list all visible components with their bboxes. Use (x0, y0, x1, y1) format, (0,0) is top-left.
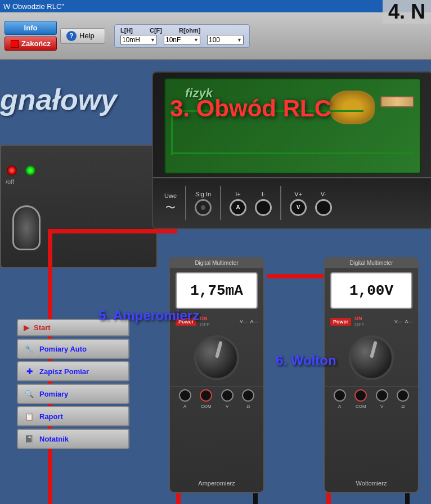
off-label: /off (6, 178, 14, 185)
ammeter-hole-ohm (242, 389, 254, 402)
ammeter-port-A: A (179, 389, 191, 409)
rlc-device: fizyk 3. Obwód RLC Uwe 〜 Sig In (152, 71, 431, 229)
i-minus-connector: I- (255, 191, 272, 216)
help-icon: ? (66, 31, 77, 41)
toolbar: Info Zakończ ? Help L[H] C[F] R[ohm] 10m… (0, 12, 431, 60)
ammeter-off-label: OFF (200, 322, 210, 327)
left-btn-group: Info Zakończ (5, 21, 57, 51)
signal-generator: /off (0, 145, 158, 268)
ammeter-port-COM: COM (200, 389, 212, 409)
ammeter-display: 1,75mA (176, 272, 258, 309)
C-value: 10nF (165, 36, 181, 44)
ammeter-on-label: ON (200, 316, 210, 321)
L-label: L[H] (120, 27, 143, 34)
v-minus-connector: V- (315, 191, 332, 216)
ammeter-port-ohm: Ω (242, 389, 254, 409)
i-plus-connector: I+ A (230, 191, 246, 216)
R-value: 100 (209, 36, 220, 44)
raport-button[interactable]: 📋 Raport (17, 406, 129, 426)
R-arrow-icon: ▼ (237, 37, 242, 43)
rlc-board: fizyk (164, 78, 421, 174)
v-minus-icon2: V— (394, 319, 402, 324)
red-square-icon (11, 40, 19, 48)
voltmeter-off-label: OFF (354, 322, 365, 327)
notebook-icon: 📓 (24, 433, 35, 444)
divider-2 (220, 186, 221, 220)
L-value: 10mH (122, 36, 140, 44)
v-minus-icon: V— (240, 319, 247, 324)
pomiary-button[interactable]: 🔍 Pomiary (17, 384, 129, 404)
param-header-row: L[H] C[F] R[ohm] (120, 27, 244, 34)
C-select[interactable]: 10nF ▼ (164, 35, 200, 45)
pomiary-auto-label: Pomiary Auto (39, 345, 87, 353)
i-plus-label: I+ (235, 191, 240, 197)
led-green (25, 165, 35, 176)
zapisz-pomiar-button[interactable]: ✚ Zapisz Pomiar (17, 361, 129, 381)
ammeter-hole-A (179, 389, 191, 402)
divider-3 (280, 186, 281, 220)
voltmeter-port-ohm: Ω (397, 389, 409, 409)
voltmeter-display: 1,00V (330, 272, 412, 309)
notatnik-button[interactable]: 📓 Notatnik (17, 429, 129, 449)
voltmeter-on-label: ON (354, 316, 365, 321)
info-button[interactable]: Info (5, 21, 57, 35)
R-label: R[ohm] (179, 27, 201, 34)
L-arrow-icon: ▼ (150, 37, 155, 43)
ammeter-annotation: 5. Amperomierz (98, 308, 199, 323)
voltmeter-hole-A (334, 389, 346, 402)
voltmeter-port-V: V (376, 389, 388, 409)
L-select[interactable]: 10mH ▼ (120, 35, 157, 45)
ammeter-knob[interactable] (194, 335, 239, 380)
v-plus-connector: V+ V (290, 191, 307, 216)
start-label: Start (34, 323, 51, 332)
voltmeter: Digital Multimeter 1,00V Power ON OFF V—… (324, 257, 419, 493)
help-button[interactable]: ? Help (60, 28, 105, 44)
ammeter-ports: A COM V Ω (170, 386, 263, 412)
R-select[interactable]: 100 ▼ (207, 35, 244, 45)
pomiary-auto-button[interactable]: 🔧 Pomiary Auto (17, 339, 129, 359)
circuit-line-bottom (171, 152, 414, 154)
main-area: gnałowy /off fizyk 3. Obwód RLC Uwe (0, 60, 431, 504)
voltmeter-name-label: Woltomierz (325, 480, 418, 487)
uwe-label: Uwe (164, 192, 177, 199)
inductor (330, 91, 375, 124)
ammeter: Digital Multimeter 1,75mA Power ON OFF V… (169, 257, 264, 493)
param-value-row: 10mH ▼ 10nF ▼ 100 ▼ (120, 35, 244, 45)
ammeter-header: Digital Multimeter (170, 258, 263, 268)
v-minus-label: V- (321, 191, 326, 197)
led-red (7, 165, 17, 176)
wrench-icon: 🔧 (24, 343, 35, 354)
param-panel: L[H] C[F] R[ohm] 10mH ▼ 10nF ▼ 100 ▼ (114, 24, 250, 48)
end-button[interactable]: Zakończ (5, 37, 57, 51)
a-minus-icon2: A— (405, 319, 412, 324)
voltmeter-ports: A COM V Ω (325, 386, 418, 412)
play-icon: ▶ (24, 323, 29, 332)
notatnik-label: Notatnik (39, 435, 69, 443)
ammeter-hole-V (221, 389, 234, 402)
toggle-switch[interactable] (12, 205, 41, 250)
ammeter-port-V: V (221, 389, 234, 409)
wire-red-mid (267, 274, 329, 278)
end-label: Zakończ (21, 39, 51, 48)
raport-label: Raport (39, 412, 63, 421)
ammeter-name-label: Amperomierz (170, 480, 263, 487)
magnifier-icon: 🔍 (24, 388, 35, 399)
sig-in-connector: Sig In (195, 191, 212, 216)
voltmeter-port-COM: COM (354, 389, 367, 409)
titlebar: W Obwodzie RLC" (0, 0, 431, 12)
a-minus-icon: A— (250, 319, 258, 324)
left-panel: ▶ Start 🔧 Pomiary Auto ✚ Zapisz Pomiar 🔍… (17, 319, 129, 449)
voltmeter-power-label: Power (330, 318, 351, 326)
voltmeter-hole-V (376, 389, 388, 402)
C-label: C[F] (150, 27, 172, 34)
voltmeter-knob[interactable] (349, 335, 394, 380)
wire-red-top (48, 229, 177, 233)
connector-strip: Uwe 〜 Sig In I+ A I- (153, 177, 431, 228)
ammeter-hole-COM (200, 389, 212, 402)
voltmeter-port-A: A (334, 389, 346, 409)
voltmeter-power-row: Power ON OFF V— A— (325, 313, 418, 330)
voltmeter-hole-COM (354, 389, 367, 402)
leds-row (7, 165, 35, 176)
sig-in-label: Sig In (195, 191, 211, 197)
C-arrow-icon: ▼ (194, 37, 199, 43)
